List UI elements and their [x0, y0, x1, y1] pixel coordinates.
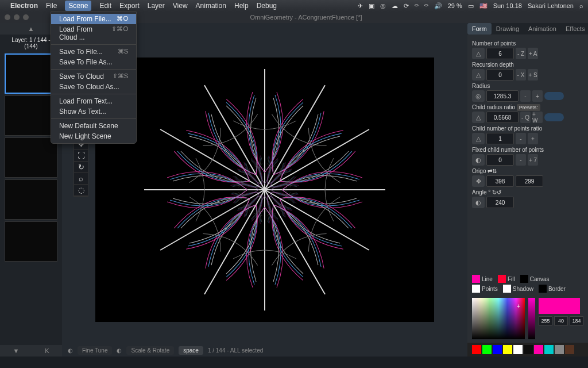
menu-save-to-file[interactable]: Save To File...⌘S	[51, 47, 136, 57]
palette-color[interactable]	[482, 345, 492, 354]
rotate-tool-icon[interactable]: ↻	[74, 162, 88, 173]
space-button[interactable]: space	[179, 346, 203, 355]
menu-save-to-file-as[interactable]: Save To File As...	[51, 57, 136, 67]
num-points-input[interactable]	[486, 48, 514, 59]
layer-thumb[interactable]	[5, 53, 57, 94]
radius-input[interactable]	[486, 90, 519, 102]
menu-save-to-cloud[interactable]: Save To Cloud⇧⌘S	[51, 71, 136, 82]
recursion-plus[interactable]: + S	[528, 69, 538, 80]
child-radius-plus[interactable]: + W	[532, 112, 543, 123]
tab-effects[interactable]: Effects	[561, 23, 588, 34]
menu-new-default-scene[interactable]: New Default Scene	[51, 121, 136, 131]
menu-file[interactable]: File	[46, 2, 57, 10]
menu-scene[interactable]: Scene	[65, 1, 91, 11]
battery-percent[interactable]: 29 %	[448, 2, 462, 9]
menu-animation[interactable]: Animation	[196, 2, 226, 10]
angle-input[interactable]	[486, 197, 514, 208]
user-name[interactable]: Sakari Lehtonen	[528, 2, 574, 9]
palette-color[interactable]	[524, 345, 533, 354]
fixed-child-input[interactable]	[486, 154, 514, 166]
main-canvas[interactable]	[95, 57, 434, 322]
close-window-dot[interactable]	[5, 14, 10, 20]
layers-k-button[interactable]: K	[45, 347, 49, 354]
tab-drawing[interactable]: Drawing	[492, 23, 524, 34]
menu-load-from-cloud[interactable]: Load From Cloud ...⇧⌘O	[51, 24, 136, 43]
flag-icon[interactable]: 🇺🇸	[479, 2, 488, 10]
cloud-icon[interactable]: ☁	[392, 2, 398, 10]
menu-save-to-cloud-as[interactable]: Save To Cloud As...	[51, 82, 136, 92]
child-points-input[interactable]	[486, 133, 514, 144]
layers-down-arrow[interactable]: ▼	[13, 347, 19, 354]
clock-time[interactable]: Sun 10.18	[493, 2, 522, 9]
fine-tune-toggle-icon[interactable]: ◐	[68, 347, 73, 354]
fine-tune-button[interactable]: Fine Tune	[78, 346, 112, 355]
border-color-swatch[interactable]	[539, 285, 547, 293]
child-points-plus[interactable]: +	[528, 133, 538, 144]
num-points-minus[interactable]: - Z	[516, 48, 526, 59]
fill-color-swatch[interactable]	[498, 275, 506, 283]
palette-color[interactable]	[534, 345, 543, 354]
scale-rotate-toggle-icon[interactable]: ◐	[117, 347, 122, 354]
points-color-swatch[interactable]	[472, 285, 480, 293]
layer-thumb[interactable]	[5, 137, 57, 178]
circle-icon[interactable]: ◎	[380, 2, 386, 10]
recursion-input[interactable]	[486, 69, 514, 80]
canvas-color-swatch[interactable]	[520, 275, 528, 283]
spotlight-icon[interactable]: ⌕	[579, 2, 583, 9]
rgb-b-input[interactable]	[570, 316, 583, 325]
child-radius-slider[interactable]	[544, 113, 564, 121]
palette-color[interactable]	[513, 345, 523, 354]
palette-color[interactable]	[493, 345, 502, 354]
palette-color[interactable]	[472, 345, 481, 354]
presets-dropdown[interactable]: Presets:	[517, 104, 540, 111]
radius-plus[interactable]: +	[532, 90, 543, 102]
origo-x-input[interactable]	[486, 175, 514, 187]
tab-form[interactable]: Form	[467, 23, 492, 34]
menu-debug[interactable]: Debug	[257, 2, 277, 10]
telegram-icon[interactable]: ✈	[358, 2, 363, 10]
sync-icon[interactable]: ⟳	[404, 2, 409, 10]
line-color-swatch[interactable]	[472, 275, 480, 283]
fullscreen-tool-icon[interactable]: ⛶	[74, 150, 88, 162]
bluetooth-icon[interactable]: ⌔	[415, 2, 419, 9]
fixed-child-plus[interactable]: + 7	[528, 154, 538, 166]
palette-color[interactable]	[544, 345, 554, 354]
angle-rotate-icon[interactable]: ↻↺	[492, 189, 501, 195]
layer-thumb[interactable]	[5, 221, 57, 262]
menu-new-light-scene[interactable]: New Light Scene	[51, 131, 136, 141]
child-radius-minus[interactable]: - Q	[520, 112, 531, 123]
menu-view[interactable]: View	[173, 2, 188, 10]
radius-slider[interactable]	[544, 92, 564, 100]
palette-color[interactable]	[503, 345, 512, 354]
wifi-icon[interactable]: ⌔	[424, 2, 428, 9]
color-gradient-picker[interactable]: +	[472, 298, 525, 339]
minimize-window-dot[interactable]	[14, 14, 20, 20]
rgb-r-input[interactable]	[539, 316, 552, 325]
menu-export[interactable]: Export	[119, 2, 140, 10]
hue-slider[interactable]	[528, 298, 535, 339]
zoom-tool-icon[interactable]: ⌕	[74, 173, 88, 185]
volume-icon[interactable]: 🔊	[434, 2, 442, 10]
layer-thumb[interactable]	[5, 179, 57, 220]
scale-rotate-button[interactable]: Scale & Rotate	[126, 346, 174, 355]
layer-thumb[interactable]	[5, 95, 57, 136]
palette-color[interactable]	[565, 345, 574, 354]
recursion-minus[interactable]: - X	[516, 69, 526, 80]
num-points-plus[interactable]: + A	[528, 48, 538, 59]
menu-layer[interactable]: Layer	[148, 2, 165, 10]
display-icon[interactable]: ▣	[369, 2, 374, 10]
menu-help[interactable]: Help	[234, 2, 249, 10]
menu-show-as-text[interactable]: Show As Text...	[51, 106, 136, 117]
menu-load-from-file[interactable]: Load From File...⌘O	[51, 14, 136, 24]
radius-minus[interactable]: -	[520, 90, 531, 102]
fixed-child-minus[interactable]: -	[516, 154, 526, 166]
origo-y-input[interactable]	[516, 175, 543, 187]
menu-edit[interactable]: Edit	[99, 2, 111, 10]
shadow-color-swatch[interactable]	[503, 285, 511, 293]
menu-load-from-text[interactable]: Load From Text...	[51, 96, 136, 106]
tab-animation[interactable]: Animation	[524, 23, 561, 34]
battery-icon[interactable]: ▭	[468, 2, 474, 10]
origo-arrows-icon[interactable]: ⇄⇅	[488, 168, 497, 174]
select-tool-icon[interactable]: ◌	[74, 185, 88, 196]
palette-color[interactable]	[555, 345, 564, 354]
